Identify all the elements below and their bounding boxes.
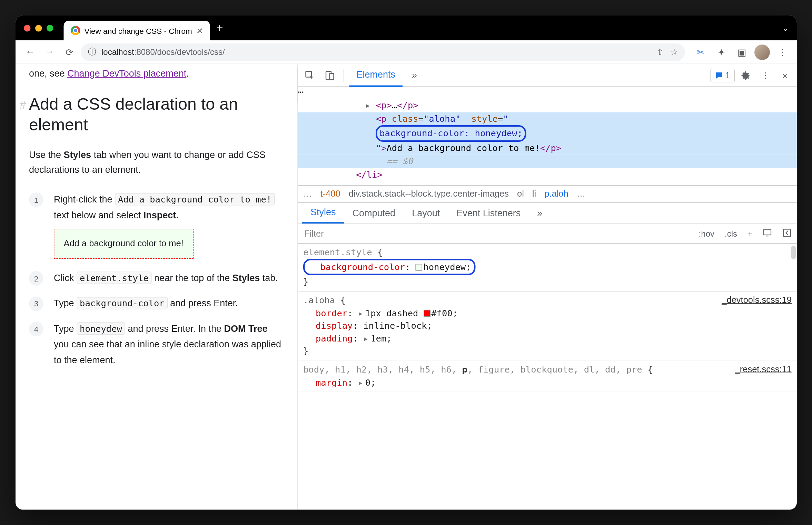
dom-row-selected[interactable]: background-color: honeydew; bbox=[298, 125, 797, 141]
computed-sidebar-icon[interactable] bbox=[777, 228, 797, 239]
back-button[interactable]: ← bbox=[22, 44, 38, 60]
close-tab-icon[interactable]: ✕ bbox=[196, 26, 203, 36]
demo-box[interactable]: Add a background color to me! bbox=[54, 228, 193, 259]
prop-display[interactable]: display bbox=[316, 320, 353, 331]
hov-toggle[interactable]: :hov bbox=[694, 229, 720, 238]
crumb-item[interactable]: ol bbox=[517, 189, 524, 199]
crumb-item[interactable]: div.stack.stack--block.type.center-image… bbox=[349, 189, 509, 199]
attr-style: style bbox=[471, 113, 498, 123]
val-1em[interactable]: 1em bbox=[370, 333, 386, 344]
crumb-item[interactable]: t-400 bbox=[320, 189, 340, 199]
inspect-element-icon[interactable] bbox=[301, 67, 319, 84]
scrollbar-thumb[interactable] bbox=[297, 67, 298, 103]
intro-line: one, see Change DevTools placement. bbox=[29, 66, 284, 81]
crumb-ellipsis[interactable]: … bbox=[303, 189, 312, 199]
heading-text: Add a CSS declaration to an element bbox=[29, 95, 238, 134]
s1-text-b: text below and select bbox=[54, 210, 143, 220]
s1-code: Add a background color to me! bbox=[115, 193, 275, 206]
tab-more-icon[interactable]: » bbox=[405, 66, 424, 85]
dom-ellipsis-icon[interactable]: ⋯ bbox=[298, 87, 797, 97]
lead-b: Styles bbox=[64, 149, 91, 160]
new-tab-button[interactable]: + bbox=[216, 21, 223, 35]
val-zero[interactable]: 0 bbox=[365, 377, 370, 387]
reload-button[interactable]: ⟳ bbox=[61, 44, 78, 60]
tab-elements[interactable]: Elements bbox=[349, 64, 403, 87]
dom-row-selected[interactable]: ">Add a background color to me!</p> bbox=[298, 141, 797, 155]
url-port: :8080 bbox=[134, 47, 155, 57]
kebab-menu-icon[interactable]: ⋮ bbox=[756, 67, 774, 84]
new-style-rule-button[interactable]: + bbox=[742, 229, 757, 238]
placement-link[interactable]: Change DevTools placement bbox=[67, 68, 186, 79]
rule-selector: element.style bbox=[303, 247, 377, 257]
source-link[interactable]: _reset.scss:11 bbox=[735, 363, 792, 376]
extensions-icon[interactable]: ✦ bbox=[713, 44, 730, 60]
settings-gear-icon[interactable] bbox=[737, 67, 754, 84]
scissors-icon[interactable]: ✂ bbox=[692, 44, 709, 60]
device-preview-icon[interactable] bbox=[757, 228, 777, 239]
device-toggle-icon[interactable] bbox=[321, 67, 338, 84]
s4-code: honeydew bbox=[77, 322, 125, 335]
subtab-computed[interactable]: Computed bbox=[344, 204, 404, 223]
dom-row[interactable]: </li> bbox=[298, 168, 797, 181]
close-window-button[interactable] bbox=[24, 24, 31, 31]
s4-b: and press Enter. In the bbox=[125, 323, 224, 334]
prop-border[interactable]: border bbox=[316, 308, 347, 318]
color-swatch-icon[interactable] bbox=[424, 310, 430, 317]
forward-button[interactable]: → bbox=[41, 44, 58, 60]
share-icon[interactable]: ⇧ bbox=[657, 47, 664, 57]
dom-tree[interactable]: ⋯ ▸ <p>…</p> <p class="aloha" style=" ba… bbox=[298, 87, 797, 185]
profile-avatar[interactable] bbox=[754, 44, 770, 60]
subtab-styles[interactable]: Styles bbox=[302, 203, 344, 224]
s2-b: near the top of the bbox=[152, 273, 232, 283]
dom-row-selected[interactable]: <p class="aloha" style=" bbox=[298, 112, 797, 125]
svg-rect-2 bbox=[330, 73, 334, 79]
window-chevron-icon[interactable]: ⌄ bbox=[782, 23, 789, 33]
val-honeydew[interactable]: honeydew bbox=[423, 261, 466, 272]
color-swatch-icon[interactable] bbox=[416, 264, 423, 270]
dom-row[interactable]: ▸ <p>…</p> bbox=[298, 99, 797, 112]
val-f00[interactable]: #f00 bbox=[431, 308, 452, 318]
chrome-icon bbox=[71, 26, 80, 35]
chrome-menu-icon[interactable]: ⋮ bbox=[774, 44, 791, 60]
close-devtools-icon[interactable]: ✕ bbox=[776, 67, 794, 84]
subtab-event-listeners[interactable]: Event Listeners bbox=[448, 204, 529, 223]
webpage: one, see Change DevTools placement. # Ad… bbox=[16, 64, 298, 510]
browser-tab[interactable]: View and change CSS - Chrom ✕ bbox=[64, 20, 210, 41]
style-rule-element[interactable]: element.style { background-color: honeyd… bbox=[298, 244, 797, 292]
site-info-icon[interactable]: ⓘ bbox=[88, 47, 96, 58]
steps-list: Right-click the Add a background color t… bbox=[29, 192, 284, 368]
svg-rect-3 bbox=[764, 229, 771, 235]
anchor-hash-icon[interactable]: # bbox=[20, 98, 26, 112]
prop-margin[interactable]: margin bbox=[316, 377, 347, 387]
crumb-active[interactable]: p.aloh bbox=[544, 189, 568, 199]
prop-bgcolor[interactable]: background-color bbox=[320, 261, 405, 272]
step-4: Type honeydew and press Enter. In the DO… bbox=[29, 320, 284, 368]
dom-text: Add a background color to me! bbox=[386, 142, 540, 153]
style-rule-aloha[interactable]: _devtools.scss:19 .aloha { border: ▸1px … bbox=[298, 292, 797, 361]
subtab-layout[interactable]: Layout bbox=[404, 204, 448, 223]
bookmark-star-icon[interactable]: ☆ bbox=[671, 47, 678, 57]
style-rule-reset[interactable]: _reset.scss:11 body, h1, h2, h3, h4, h5,… bbox=[298, 361, 797, 392]
cls-toggle[interactable]: .cls bbox=[720, 229, 742, 238]
val-inline-block[interactable]: inline-block bbox=[363, 320, 427, 331]
crumb-ellipsis[interactable]: … bbox=[577, 189, 586, 199]
s3-code: background-color bbox=[77, 297, 168, 309]
filter-input[interactable] bbox=[298, 228, 694, 239]
matched-selector: p bbox=[462, 364, 467, 375]
side-panel-icon[interactable]: ▣ bbox=[734, 44, 750, 60]
s2-c: tab. bbox=[260, 273, 278, 283]
val-border[interactable]: 1px dashed bbox=[365, 308, 424, 318]
step-2: Click element.style near the top of the … bbox=[29, 270, 284, 286]
minimize-window-button[interactable] bbox=[35, 24, 42, 31]
prop-padding[interactable]: padding bbox=[316, 333, 353, 344]
url-path: /docs/devtools/css/ bbox=[155, 47, 225, 57]
source-link[interactable]: _devtools.scss:19 bbox=[722, 294, 792, 307]
issues-badge[interactable]: 1 bbox=[710, 69, 735, 82]
maximize-window-button[interactable] bbox=[47, 24, 53, 31]
crumb-item[interactable]: li bbox=[532, 189, 536, 199]
intro-dot: . bbox=[186, 68, 189, 79]
step-1: Right-click the Add a background color t… bbox=[29, 192, 284, 261]
subtab-more-icon[interactable]: » bbox=[529, 204, 551, 223]
s4-bold: DOM Tree bbox=[224, 323, 268, 334]
address-bar[interactable]: ⓘ localhost :8080 /docs/devtools/css/ ⇧ … bbox=[81, 43, 685, 61]
